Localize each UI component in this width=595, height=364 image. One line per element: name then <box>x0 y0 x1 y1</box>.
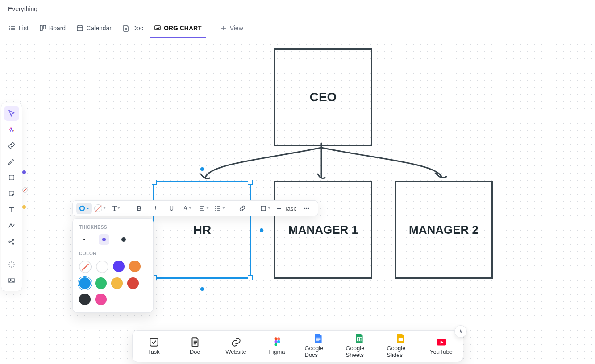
tab-label: List <box>19 25 29 32</box>
svg-point-13 <box>80 206 84 211</box>
swatch-indigo[interactable] <box>113 261 125 272</box>
dock-label: Website <box>225 348 246 355</box>
align-button[interactable] <box>196 203 211 214</box>
tab-label: Board <box>49 25 66 32</box>
dock-gdocs[interactable]: Google Docs <box>305 334 332 358</box>
swatch-white[interactable] <box>96 261 108 273</box>
tab-label: View <box>230 25 243 32</box>
tool-select[interactable] <box>4 106 19 121</box>
add-task-button[interactable]: Task <box>274 203 298 214</box>
task-icon <box>148 338 160 347</box>
tool-text[interactable] <box>4 202 19 217</box>
svg-point-18 <box>304 208 305 209</box>
dock-youtube[interactable]: YouTube <box>428 338 455 355</box>
stroke-color-button[interactable] <box>76 203 92 214</box>
breadcrumb-item[interactable]: Everything <box>8 5 37 12</box>
node-hr[interactable]: HR <box>153 181 251 279</box>
svg-rect-27 <box>316 338 320 339</box>
google-docs-icon <box>312 334 324 343</box>
tool-shape[interactable] <box>4 170 19 185</box>
dock-label: Doc <box>190 348 200 355</box>
whiteboard-icon <box>154 25 161 32</box>
tool-sticky[interactable] <box>4 186 19 201</box>
thickness-thick[interactable] <box>118 234 129 245</box>
svg-point-23 <box>277 337 280 340</box>
tab-label: ORG CHART <box>164 25 202 32</box>
node-ceo[interactable]: CEO <box>274 48 372 146</box>
stroke-popover: THICKNESS COLOR <box>72 218 154 313</box>
fill-color-button[interactable] <box>92 203 108 214</box>
tab-board[interactable]: Board <box>35 18 70 38</box>
svg-rect-17 <box>261 206 266 211</box>
svg-point-19 <box>306 208 307 209</box>
pin-button[interactable] <box>454 325 467 338</box>
tool-link[interactable] <box>4 138 19 153</box>
swatch-red[interactable] <box>127 277 139 289</box>
node-manager-1[interactable]: MANAGER 1 <box>274 181 372 279</box>
tab-orgchart[interactable]: ORG CHART <box>150 18 206 38</box>
dock-figma[interactable]: Figma <box>264 338 291 355</box>
tool-image[interactable] <box>4 273 19 288</box>
text-style-button[interactable]: T <box>109 203 124 214</box>
tool-mindmap[interactable] <box>4 234 19 249</box>
tool-effects[interactable] <box>4 257 19 272</box>
svg-rect-21 <box>150 338 158 346</box>
thickness-thin[interactable] <box>79 234 90 245</box>
dock-doc[interactable]: Doc <box>182 338 208 355</box>
view-tabs: List Board Calendar Doc ORG CHART View <box>0 18 595 38</box>
svg-rect-7 <box>9 175 14 180</box>
caret-down-icon <box>103 207 106 210</box>
swatch-pink[interactable] <box>95 294 107 305</box>
doc-icon <box>122 25 129 32</box>
text-color-button[interactable]: A <box>180 203 195 214</box>
swatch-black[interactable] <box>79 294 91 305</box>
bold-button[interactable]: B <box>132 203 147 214</box>
svg-point-8 <box>9 241 10 243</box>
swatch-blue[interactable] <box>79 277 91 289</box>
left-toolbar <box>1 103 22 291</box>
caret-down-icon <box>206 207 209 210</box>
more-button[interactable] <box>299 203 314 214</box>
svg-point-24 <box>274 340 277 343</box>
tool-ai[interactable] <box>4 122 19 137</box>
tab-add-view[interactable]: View <box>216 18 248 38</box>
svg-rect-3 <box>40 25 42 31</box>
italic-button[interactable]: I <box>148 203 163 214</box>
google-slides-icon <box>395 334 406 343</box>
tool-indicator-none <box>22 187 28 193</box>
svg-rect-5 <box>77 26 83 31</box>
swatch-yellow[interactable] <box>111 277 123 289</box>
dock-website[interactable]: Website <box>223 338 250 355</box>
node-label: MANAGER 1 <box>288 223 358 237</box>
node-manager-2[interactable]: MANAGER 2 <box>395 181 493 279</box>
svg-point-0 <box>9 26 10 27</box>
dock-task[interactable]: Task <box>141 338 167 355</box>
tab-list[interactable]: List <box>4 18 33 38</box>
swatch-none[interactable] <box>79 261 92 273</box>
separator <box>128 204 128 213</box>
tool-connector[interactable] <box>4 218 19 233</box>
dock-gslides[interactable]: Google Slides <box>387 334 414 358</box>
doc-icon <box>189 338 201 347</box>
tool-pen[interactable] <box>4 154 19 169</box>
link-button[interactable] <box>235 203 250 214</box>
swatch-green[interactable] <box>95 277 107 289</box>
board-icon <box>39 25 46 32</box>
insert-dock: Task Doc Website Figma Google Docs Googl… <box>132 330 463 362</box>
dock-gsheets[interactable]: Google Sheets <box>346 334 373 358</box>
svg-point-2 <box>9 29 10 30</box>
thickness-medium[interactable] <box>99 234 109 245</box>
tab-calendar[interactable]: Calendar <box>72 18 116 38</box>
list-button[interactable] <box>212 203 227 214</box>
calendar-icon <box>76 25 83 32</box>
tab-divider <box>211 24 211 33</box>
format-toolbar: T B I U A Task <box>72 200 318 216</box>
shape-type-button[interactable] <box>258 203 273 214</box>
caret-down-icon <box>222 207 225 210</box>
swatch-orange[interactable] <box>129 261 141 272</box>
tool-indicator-purple <box>22 170 26 174</box>
link-icon <box>230 338 242 347</box>
underline-button[interactable]: U <box>164 203 179 214</box>
tab-doc[interactable]: Doc <box>118 18 148 38</box>
youtube-icon <box>436 338 447 347</box>
